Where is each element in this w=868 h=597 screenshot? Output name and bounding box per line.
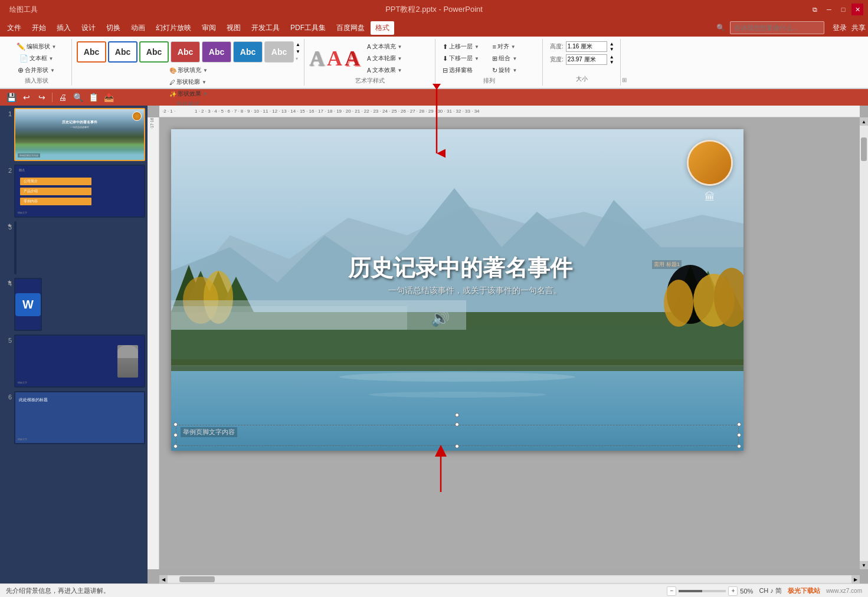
h-scroll-track[interactable] <box>168 576 851 582</box>
scroll-thumb[interactable] <box>861 137 867 161</box>
zoom-in-btn[interactable]: + <box>728 586 738 596</box>
close-btn[interactable]: ✕ <box>851 4 863 15</box>
qa-copy-btn[interactable]: 📋 <box>87 91 100 104</box>
width-spin[interactable]: ▲ ▼ <box>610 54 614 65</box>
menu-view[interactable]: 视图 <box>222 21 245 35</box>
zoom-slider[interactable] <box>679 590 726 592</box>
slide-main[interactable]: 历史记录中的著名事件 需用 标题1 一句话总结该事件，或关于该事件的一句名言。 … <box>171 129 743 451</box>
art-text-a2[interactable]: A <box>327 46 342 71</box>
shape-style-4[interactable]: Abc <box>171 41 200 63</box>
menu-slideshow[interactable]: 幻灯片放映 <box>151 21 196 35</box>
slide-thumb-4[interactable]: W <box>14 278 42 331</box>
menu-review[interactable]: 审阅 <box>197 21 221 35</box>
handle-bl[interactable] <box>173 444 178 448</box>
login-link[interactable]: 登录 <box>833 23 847 33</box>
text-fill-btn[interactable]: Α 文本填充 ▼ <box>365 41 405 52</box>
slide-thumb-2[interactable]: 圆点 公司简介 产品介绍 零例内容 模板文字 <box>14 165 145 218</box>
shape-style-3[interactable]: Abc <box>139 41 169 63</box>
shape-fill-btn[interactable]: 🎨 形状填充 ▼ <box>167 65 210 76</box>
search-input[interactable] <box>730 21 824 34</box>
maximize-btn[interactable]: □ <box>837 4 849 15</box>
shape-style-2[interactable]: Abc <box>108 41 137 63</box>
height-spin[interactable]: ▲ ▼ <box>610 41 614 52</box>
shape-styles-row: Abc Abc Abc Abc Abc Abc Abc ▲ ▼ ▾ <box>77 41 300 63</box>
menu-dev[interactable]: 开发工具 <box>247 21 284 35</box>
slide-item-3[interactable]: 3 ★ 🔗 模板文字 <box>2 221 145 274</box>
vertical-scrollbar[interactable]: ▲ ▼ <box>860 117 868 569</box>
slide-audio-icon[interactable]: 🔊 <box>431 309 450 327</box>
slide-footer-text[interactable]: 举例页脚文字内容 <box>181 427 237 437</box>
height-input[interactable] <box>566 41 607 52</box>
ribbon-expand-btn[interactable]: ⊞ <box>622 39 627 86</box>
text-outline-btn[interactable]: Α 文本轮廓 ▼ <box>365 53 405 64</box>
art-text-a1[interactable]: A <box>309 46 325 71</box>
scroll-track[interactable] <box>860 126 868 561</box>
style-scroll-btns[interactable]: ▲ ▼ ▾ <box>296 41 300 63</box>
menu-file[interactable]: 文件 <box>2 21 26 35</box>
qa-undo-btn[interactable]: ↩ <box>20 91 33 104</box>
restore-btn[interactable]: ⧉ <box>809 4 821 15</box>
brand-watermark[interactable]: 极光下载站 <box>788 586 820 595</box>
zoom-out-btn[interactable]: − <box>667 586 676 596</box>
scroll-left-btn[interactable]: ◀ <box>159 575 168 583</box>
shape-style-5[interactable]: Abc <box>202 41 231 63</box>
minimize-btn[interactable]: ─ <box>823 4 835 15</box>
menu-animate[interactable]: 动画 <box>126 21 150 35</box>
select-pane-btn[interactable]: ⊟ 选择窗格 <box>440 65 489 76</box>
handle-mr[interactable] <box>737 433 741 437</box>
handle-tm[interactable] <box>455 422 459 427</box>
slide-item-6[interactable]: 6 此处模板的标题 模板文字 <box>2 391 145 444</box>
handle-br[interactable] <box>737 444 741 448</box>
handle-bm[interactable] <box>455 444 459 448</box>
slide-thumb-6[interactable]: 此处模板的标题 模板文字 <box>14 391 145 444</box>
h-scroll-thumb[interactable] <box>179 576 215 582</box>
rotate-handle[interactable] <box>455 413 459 417</box>
slide-canvas[interactable]: 历史记录中的著名事件 需用 标题1 一句话总结该事件，或关于该事件的一句名言。 … <box>159 117 860 569</box>
text-effect-btn[interactable]: Α 文本效果 ▼ <box>365 65 405 76</box>
slide-main-title[interactable]: 历史记录中的著名事件 <box>230 253 690 283</box>
qa-save-btn[interactable]: 💾 <box>5 91 18 104</box>
slide-thumb-3[interactable]: 🔗 模板文字 <box>14 221 17 274</box>
handle-tr[interactable] <box>737 422 741 427</box>
align-btn[interactable]: ≡ 对齐 ▼ <box>490 41 539 52</box>
shape-effect-btn[interactable]: ✨ 形状效果 ▼ <box>167 88 210 99</box>
art-text-a3[interactable]: A <box>345 46 360 71</box>
menu-baidu[interactable]: 百度网盘 <box>332 21 369 35</box>
scroll-down-btn[interactable]: ▼ <box>860 561 868 569</box>
group-btn[interactable]: ⊞ 组合 ▼ <box>490 53 539 64</box>
slide-item-1[interactable]: 1 历史记录中的著名事件 一句话总结该事件 举例页脚文字内容 <box>2 108 145 161</box>
move-forward-btn[interactable]: ⬆ 上移一层 ▼ <box>440 41 489 52</box>
slide-item-2[interactable]: 2 圆点 公司简介 产品介绍 零例内容 模板文字 <box>2 165 145 218</box>
slide-item-5[interactable]: 5 模板文字 <box>2 334 145 388</box>
menu-start[interactable]: 开始 <box>27 21 51 35</box>
handle-ml[interactable] <box>173 433 178 437</box>
shape-style-7[interactable]: Abc <box>264 41 294 63</box>
merge-shapes-btn[interactable]: ⊕ 合并形状 ▼ <box>15 65 57 76</box>
slide-subtitle[interactable]: 一句话总结该事件，或关于该事件的一句名言。 <box>260 286 690 296</box>
horizontal-scrollbar[interactable]: ◀ ▶ <box>159 575 860 583</box>
scroll-right-btn[interactable]: ▶ <box>851 575 860 583</box>
menu-pdf[interactable]: PDF工具集 <box>286 21 330 35</box>
share-link[interactable]: 共享 <box>851 23 866 33</box>
qa-paste-btn[interactable]: 📤 <box>102 91 115 104</box>
menu-design[interactable]: 设计 <box>77 21 100 35</box>
rotate-btn[interactable]: ↻ 旋转 ▼ <box>490 65 539 76</box>
scroll-up-btn[interactable]: ▲ <box>860 117 868 126</box>
slide-thumb-5[interactable]: 模板文字 <box>14 334 145 388</box>
qa-redo-btn[interactable]: ↪ <box>35 91 48 104</box>
width-input[interactable] <box>566 54 607 65</box>
menu-switch[interactable]: 切换 <box>101 21 125 35</box>
text-box-btn[interactable]: 📄 文本框 ▼ <box>17 53 56 64</box>
slide-thumb-1[interactable]: 历史记录中的著名事件 一句话总结该事件 举例页脚文字内容 <box>14 108 145 161</box>
shape-style-1[interactable]: Abc <box>77 41 106 63</box>
qa-print-btn[interactable]: 🖨 <box>56 91 69 104</box>
handle-tl[interactable] <box>173 422 178 427</box>
slide-item-4[interactable]: 4 ★ W <box>2 278 145 331</box>
shape-outline-btn[interactable]: 🖊 形状轮廓 ▼ <box>167 77 210 87</box>
menu-insert[interactable]: 插入 <box>52 21 76 35</box>
shape-style-6[interactable]: Abc <box>233 41 263 63</box>
edit-shape-btn[interactable]: ✏️ 编辑形状 ▼ <box>14 41 59 52</box>
move-backward-btn[interactable]: ⬇ 下移一层 ▼ <box>440 53 489 64</box>
qa-view-btn[interactable]: 🔍 <box>71 91 84 104</box>
menu-format[interactable]: 格式 <box>371 21 394 35</box>
